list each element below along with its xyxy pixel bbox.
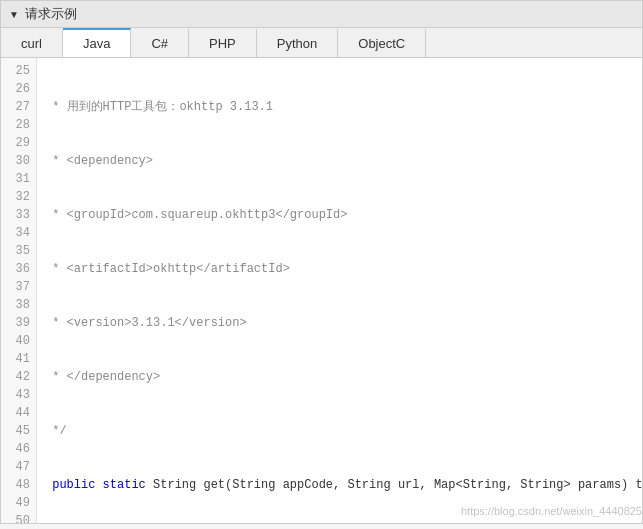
toggle-icon[interactable]: ▼ xyxy=(9,9,19,20)
tab-java[interactable]: Java xyxy=(63,28,131,57)
tab-curl[interactable]: curl xyxy=(1,28,63,57)
tab-csharp[interactable]: C# xyxy=(131,28,189,57)
tab-objectc[interactable]: ObjectC xyxy=(338,28,426,57)
code-container[interactable]: 25 26 27 28 29 30 31 32 33 34 35 36 37 3… xyxy=(0,58,643,524)
tab-python[interactable]: Python xyxy=(257,28,338,57)
header-title: 请求示例 xyxy=(25,5,77,23)
code-lines: * 用到的HTTP工具包：okhttp 3.13.1 * <dependency… xyxy=(37,58,642,524)
tabs-bar: curl Java C# PHP Python ObjectC xyxy=(0,28,643,58)
tab-php[interactable]: PHP xyxy=(189,28,257,57)
line-numbers: 25 26 27 28 29 30 31 32 33 34 35 36 37 3… xyxy=(1,58,37,524)
watermark: https://blog.csdn.net/weixin_4440825 xyxy=(461,505,642,517)
header-bar: ▼ 请求示例 xyxy=(0,0,643,28)
